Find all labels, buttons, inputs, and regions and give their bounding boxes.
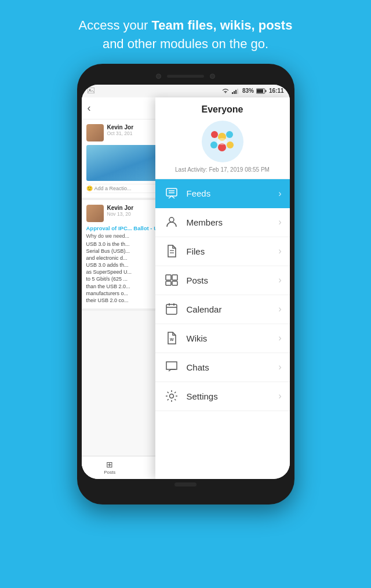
svg-point-19 — [169, 217, 174, 222]
chats-label: Chats — [187, 362, 279, 372]
home-button[interactable] — [174, 482, 197, 487]
calendar-label: Calendar — [187, 304, 279, 314]
svg-rect-3 — [234, 91, 235, 94]
svg-rect-5 — [237, 89, 238, 94]
back-arrow-icon[interactable]: ‹ — [88, 102, 91, 114]
members-arrow: › — [278, 217, 281, 227]
svg-point-31 — [169, 394, 173, 398]
svg-point-10 — [226, 131, 233, 138]
header-text: Access your Team files, wikis, postsand … — [23, 16, 348, 53]
svg-rect-26 — [166, 304, 177, 314]
panel-header: Everyone — [155, 97, 290, 179]
svg-text:W: W — [170, 337, 174, 342]
avatar-1 — [86, 124, 104, 141]
svg-rect-23 — [172, 275, 177, 280]
members-label: Members — [187, 217, 279, 227]
smiley-icon: 🙂 — [86, 186, 93, 191]
svg-rect-4 — [235, 90, 237, 94]
svg-point-13 — [210, 141, 217, 148]
chats-icon — [163, 361, 180, 373]
menu-item-members[interactable]: Members › — [155, 208, 290, 237]
calendar-icon — [163, 303, 180, 315]
menu-item-wikis[interactable]: W Wikis › — [155, 324, 290, 353]
settings-icon — [163, 390, 180, 402]
menu-item-settings[interactable]: Settings › — [155, 382, 290, 411]
files-label: Files — [187, 246, 279, 256]
wikis-icon: W — [163, 332, 180, 344]
wikis-label: Wikis — [187, 333, 279, 343]
settings-arrow: › — [278, 391, 281, 401]
phone-device: 83% 16:11 ‹ — [77, 64, 294, 504]
time: 16:11 — [269, 88, 284, 94]
menu-item-feeds[interactable]: Feeds › — [155, 179, 290, 208]
calendar-arrow: › — [278, 304, 281, 314]
chats-arrow: › — [278, 362, 281, 372]
phone-bottom-bar — [82, 479, 290, 491]
svg-rect-22 — [166, 275, 171, 280]
feed-user-1: Kevin Jor — [107, 124, 134, 130]
menu-item-files[interactable]: Files › — [155, 237, 290, 266]
feeds-icon — [163, 188, 180, 199]
status-right: 83% 16:11 — [221, 88, 284, 94]
menu-item-calendar[interactable]: Calendar › — [155, 295, 290, 324]
signal-icon — [232, 88, 240, 94]
feeds-arrow: › — [278, 188, 281, 199]
bottom-nav-posts[interactable]: ⊞ Posts — [82, 456, 139, 479]
status-bar: 83% 16:11 — [82, 85, 290, 97]
feeds-label: Feeds — [187, 188, 279, 198]
svg-rect-0 — [88, 88, 94, 93]
phone-camera — [156, 74, 161, 79]
feed-user-2: Kevin Jor — [107, 205, 134, 211]
screen-body: ‹ Kevin Jor Oct 31, 201 — [82, 97, 290, 479]
avatar-2 — [86, 205, 104, 222]
svg-point-15 — [217, 138, 227, 145]
phone-top-bar — [82, 68, 290, 85]
svg-rect-2 — [232, 92, 233, 94]
battery-icon — [256, 88, 267, 94]
last-activity: Last Activity: Feb 17, 2019 08:55 PM — [175, 166, 270, 173]
phone-speaker — [167, 75, 204, 78]
wifi-icon — [221, 88, 230, 94]
phone-screen: 83% 16:11 ‹ — [82, 85, 290, 479]
phone-sensor — [210, 74, 215, 79]
posts-label: Posts — [187, 275, 279, 285]
feed-date-2: Nov 13, 20 — [107, 211, 134, 217]
files-arrow: › — [278, 246, 281, 256]
menu-items-list: Feeds › Members › — [155, 179, 290, 479]
svg-rect-24 — [166, 281, 171, 285]
posts-arrow: › — [278, 275, 281, 285]
menu-item-chats[interactable]: Chats › — [155, 353, 290, 382]
posts-icon — [163, 274, 180, 286]
status-left — [88, 88, 99, 95]
svg-rect-7 — [257, 89, 263, 93]
files-icon — [163, 245, 180, 257]
add-reaction-label[interactable]: Add a Reactio... — [94, 186, 132, 191]
menu-panel: Everyone — [155, 97, 290, 479]
image-icon — [88, 88, 94, 93]
svg-point-12 — [227, 141, 234, 148]
svg-point-11 — [211, 131, 218, 138]
svg-rect-8 — [265, 90, 266, 92]
svg-rect-16 — [166, 188, 177, 196]
header-section: Access your Team files, wikis, postsand … — [0, 0, 371, 64]
battery-percent: 83% — [242, 88, 254, 94]
group-icon — [206, 125, 238, 157]
members-icon — [163, 216, 180, 228]
posts-nav-icon: ⊞ — [106, 460, 113, 469]
menu-item-posts[interactable]: Posts › — [155, 266, 290, 295]
group-avatar — [202, 121, 243, 162]
settings-label: Settings — [187, 391, 279, 401]
wikis-arrow: › — [278, 333, 281, 343]
svg-rect-25 — [172, 281, 177, 285]
panel-title: Everyone — [201, 104, 243, 115]
feed-date-1: Oct 31, 201 — [107, 130, 134, 136]
posts-nav-label: Posts — [104, 470, 115, 475]
